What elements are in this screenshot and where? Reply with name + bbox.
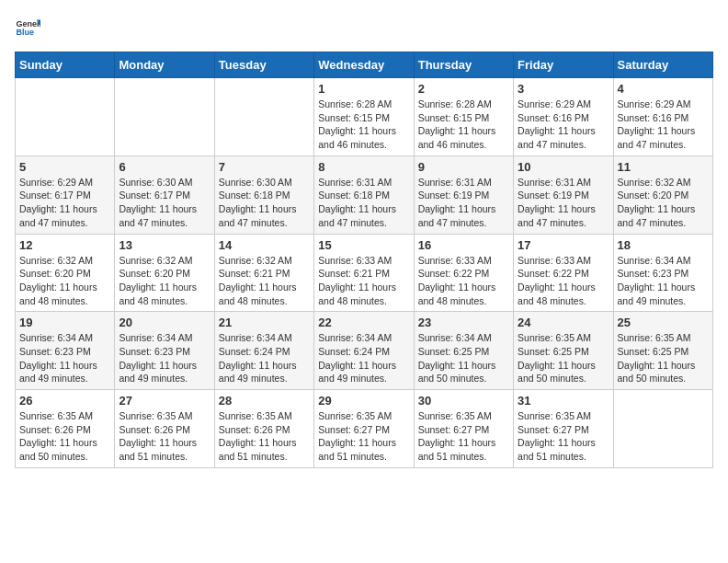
calendar-cell: 30Sunrise: 6:35 AMSunset: 6:27 PMDayligh… — [414, 390, 513, 468]
day-number: 20 — [119, 316, 210, 329]
day-info: Sunrise: 6:35 AMSunset: 6:27 PMDaylight:… — [518, 409, 609, 464]
calendar-cell: 25Sunrise: 6:35 AMSunset: 6:25 PMDayligh… — [613, 312, 712, 390]
day-of-week-header: Friday — [514, 52, 613, 78]
day-info: Sunrise: 6:30 AMSunset: 6:18 PMDaylight:… — [219, 176, 310, 230]
calendar-cell — [16, 78, 115, 156]
calendar-cell: 21Sunrise: 6:34 AMSunset: 6:24 PMDayligh… — [214, 312, 313, 390]
day-number: 2 — [418, 82, 509, 96]
day-info: Sunrise: 6:33 AMSunset: 6:22 PMDaylight:… — [418, 254, 509, 308]
calendar-cell: 26Sunrise: 6:35 AMSunset: 6:26 PMDayligh… — [16, 390, 115, 468]
calendar-cell: 27Sunrise: 6:35 AMSunset: 6:26 PMDayligh… — [115, 390, 214, 468]
calendar-cell: 18Sunrise: 6:34 AMSunset: 6:23 PMDayligh… — [613, 234, 712, 312]
calendar-week-row: 5Sunrise: 6:29 AMSunset: 6:17 PMDaylight… — [16, 155, 713, 234]
day-info: Sunrise: 6:33 AMSunset: 6:21 PMDaylight:… — [318, 254, 409, 308]
day-number: 8 — [318, 160, 409, 174]
day-number: 7 — [219, 160, 310, 174]
day-number: 3 — [518, 82, 609, 96]
day-number: 12 — [19, 238, 110, 252]
calendar-cell: 1Sunrise: 6:28 AMSunset: 6:15 PMDaylight… — [314, 78, 414, 156]
day-number: 10 — [518, 160, 609, 174]
day-info: Sunrise: 6:32 AMSunset: 6:20 PMDaylight:… — [618, 176, 709, 230]
calendar-cell: 5Sunrise: 6:29 AMSunset: 6:17 PMDaylight… — [16, 155, 115, 234]
day-of-week-header: Thursday — [414, 52, 513, 78]
calendar-header-row: SundayMondayTuesdayWednesdayThursdayFrid… — [16, 52, 713, 78]
page-header: General Blue — [15, 15, 713, 40]
day-of-week-header: Tuesday — [214, 52, 313, 78]
day-info: Sunrise: 6:35 AMSunset: 6:27 PMDaylight:… — [318, 409, 409, 464]
day-number: 30 — [418, 394, 509, 408]
calendar-cell: 9Sunrise: 6:31 AMSunset: 6:19 PMDaylight… — [414, 155, 513, 234]
day-number: 9 — [418, 160, 509, 174]
day-of-week-header: Saturday — [613, 52, 712, 78]
logo: General Blue — [15, 15, 44, 40]
calendar-cell: 28Sunrise: 6:35 AMSunset: 6:26 PMDayligh… — [214, 390, 313, 468]
day-number: 15 — [318, 238, 409, 252]
day-info: Sunrise: 6:34 AMSunset: 6:23 PMDaylight:… — [19, 331, 110, 385]
calendar-cell: 20Sunrise: 6:34 AMSunset: 6:23 PMDayligh… — [115, 312, 214, 390]
calendar-cell: 11Sunrise: 6:32 AMSunset: 6:20 PMDayligh… — [613, 155, 712, 234]
day-number: 1 — [318, 82, 409, 96]
day-number: 11 — [618, 160, 709, 174]
day-info: Sunrise: 6:31 AMSunset: 6:18 PMDaylight:… — [318, 176, 409, 230]
day-number: 27 — [119, 394, 210, 408]
calendar-cell: 14Sunrise: 6:32 AMSunset: 6:21 PMDayligh… — [214, 234, 313, 312]
day-info: Sunrise: 6:32 AMSunset: 6:20 PMDaylight:… — [19, 254, 110, 308]
calendar-cell: 7Sunrise: 6:30 AMSunset: 6:18 PMDaylight… — [214, 155, 313, 234]
day-info: Sunrise: 6:32 AMSunset: 6:21 PMDaylight:… — [219, 254, 310, 308]
day-number: 18 — [618, 238, 709, 252]
day-number: 19 — [19, 316, 110, 329]
day-info: Sunrise: 6:34 AMSunset: 6:25 PMDaylight:… — [418, 331, 509, 385]
day-number: 28 — [219, 394, 310, 408]
day-number: 4 — [618, 82, 709, 96]
day-info: Sunrise: 6:35 AMSunset: 6:26 PMDaylight:… — [219, 409, 310, 464]
day-number: 5 — [19, 160, 110, 174]
day-info: Sunrise: 6:35 AMSunset: 6:25 PMDaylight:… — [618, 331, 709, 385]
day-of-week-header: Wednesday — [314, 52, 414, 78]
calendar-week-row: 12Sunrise: 6:32 AMSunset: 6:20 PMDayligh… — [16, 234, 713, 312]
calendar-cell: 17Sunrise: 6:33 AMSunset: 6:22 PMDayligh… — [514, 234, 613, 312]
day-info: Sunrise: 6:29 AMSunset: 6:17 PMDaylight:… — [19, 176, 110, 230]
day-of-week-header: Sunday — [16, 52, 115, 78]
day-info: Sunrise: 6:28 AMSunset: 6:15 PMDaylight:… — [418, 98, 509, 152]
calendar-cell — [214, 78, 313, 156]
calendar-cell: 16Sunrise: 6:33 AMSunset: 6:22 PMDayligh… — [414, 234, 513, 312]
calendar-week-row: 26Sunrise: 6:35 AMSunset: 6:26 PMDayligh… — [16, 390, 713, 468]
day-info: Sunrise: 6:32 AMSunset: 6:20 PMDaylight:… — [119, 254, 210, 308]
logo-icon: General Blue — [15, 15, 40, 40]
day-info: Sunrise: 6:30 AMSunset: 6:17 PMDaylight:… — [119, 176, 210, 230]
day-info: Sunrise: 6:29 AMSunset: 6:16 PMDaylight:… — [518, 98, 609, 152]
day-number: 29 — [318, 394, 409, 408]
day-info: Sunrise: 6:35 AMSunset: 6:25 PMDaylight:… — [518, 331, 609, 385]
calendar-cell: 24Sunrise: 6:35 AMSunset: 6:25 PMDayligh… — [514, 312, 613, 390]
day-info: Sunrise: 6:34 AMSunset: 6:23 PMDaylight:… — [119, 331, 210, 385]
day-number: 26 — [19, 394, 110, 408]
calendar-cell — [115, 78, 214, 156]
day-number: 23 — [418, 316, 509, 329]
calendar-cell: 31Sunrise: 6:35 AMSunset: 6:27 PMDayligh… — [514, 390, 613, 468]
day-of-week-header: Monday — [115, 52, 214, 78]
day-info: Sunrise: 6:35 AMSunset: 6:26 PMDaylight:… — [119, 409, 210, 464]
day-info: Sunrise: 6:29 AMSunset: 6:16 PMDaylight:… — [618, 98, 709, 152]
calendar-cell: 10Sunrise: 6:31 AMSunset: 6:19 PMDayligh… — [514, 155, 613, 234]
calendar-cell: 19Sunrise: 6:34 AMSunset: 6:23 PMDayligh… — [16, 312, 115, 390]
calendar-cell: 22Sunrise: 6:34 AMSunset: 6:24 PMDayligh… — [314, 312, 414, 390]
calendar-cell: 3Sunrise: 6:29 AMSunset: 6:16 PMDaylight… — [514, 78, 613, 156]
calendar-cell: 6Sunrise: 6:30 AMSunset: 6:17 PMDaylight… — [115, 155, 214, 234]
day-info: Sunrise: 6:34 AMSunset: 6:24 PMDaylight:… — [219, 331, 310, 385]
day-info: Sunrise: 6:34 AMSunset: 6:24 PMDaylight:… — [318, 331, 409, 385]
day-number: 25 — [618, 316, 709, 329]
day-number: 14 — [219, 238, 310, 252]
calendar-cell: 12Sunrise: 6:32 AMSunset: 6:20 PMDayligh… — [16, 234, 115, 312]
calendar-week-row: 1Sunrise: 6:28 AMSunset: 6:15 PMDaylight… — [16, 78, 713, 156]
calendar-cell: 13Sunrise: 6:32 AMSunset: 6:20 PMDayligh… — [115, 234, 214, 312]
calendar-cell: 4Sunrise: 6:29 AMSunset: 6:16 PMDaylight… — [613, 78, 712, 156]
calendar-cell: 8Sunrise: 6:31 AMSunset: 6:18 PMDaylight… — [314, 155, 414, 234]
calendar-cell — [613, 390, 712, 468]
calendar-cell: 2Sunrise: 6:28 AMSunset: 6:15 PMDaylight… — [414, 78, 513, 156]
day-number: 13 — [119, 238, 210, 252]
calendar-cell: 23Sunrise: 6:34 AMSunset: 6:25 PMDayligh… — [414, 312, 513, 390]
day-info: Sunrise: 6:28 AMSunset: 6:15 PMDaylight:… — [318, 98, 409, 152]
calendar-cell: 15Sunrise: 6:33 AMSunset: 6:21 PMDayligh… — [314, 234, 414, 312]
day-number: 6 — [119, 160, 210, 174]
day-number: 31 — [518, 394, 609, 408]
